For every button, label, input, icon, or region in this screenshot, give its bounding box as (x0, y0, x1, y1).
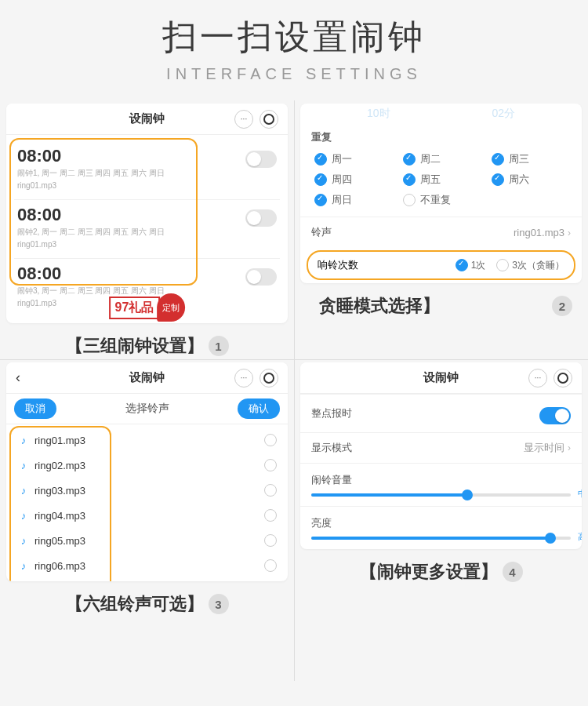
repeat-sat[interactable]: 周六 (492, 173, 568, 187)
topbar-title: 设闹钟 (129, 111, 165, 126)
hourly-chime-row[interactable]: 整点报时 (300, 394, 582, 432)
panel-number-badge: 4 (503, 562, 523, 582)
repeat-none[interactable]: 不重复 (403, 193, 479, 207)
ring-count-3[interactable]: 3次（贪睡） (496, 259, 564, 272)
ring-item-5[interactable]: ♪ring05.mp3 (13, 528, 281, 553)
alarm-days: 闹钟1, 周一 周二 周三 周四 周五 周六 周日 (17, 168, 165, 179)
panel-1: 设闹钟 ··· 08:00 闹钟1, 周一 周二 周三 周四 周五 周六 周日 … (0, 100, 294, 359)
menu-dots-icon[interactable]: ··· (234, 369, 253, 388)
alarm-toggle[interactable] (245, 151, 277, 168)
repeat-label: 重复 (300, 124, 582, 149)
alarm-item-2[interactable]: 08:00 闹钟2, 周一 周二 周三 周四 周五 周六 周日 ring01.m… (14, 200, 280, 259)
ring-item-3[interactable]: ♪ring03.mp3 (13, 478, 281, 503)
ring-item-1[interactable]: ♪ring01.mp3 (13, 428, 281, 453)
repeat-thu[interactable]: 周四 (314, 173, 390, 187)
radio-icon[interactable] (264, 434, 277, 446)
repeat-fri[interactable]: 周五 (403, 173, 479, 187)
ringtone-row[interactable]: 铃声 ring01.mp3› (300, 217, 582, 247)
panel-3: ‹ 设闹钟 ··· 取消 选择铃声 确认 ♪ring01.mp3 ♪ring02… (0, 359, 294, 681)
topbar-3: ‹ 设闹钟 ··· (6, 362, 288, 394)
repeat-sun[interactable]: 周日 (314, 193, 390, 207)
panel2-caption: 贪睡模式选择】 2 (300, 283, 582, 329)
subbar-title: 选择铃声 (125, 402, 169, 416)
audio-file-icon: ♪ (17, 434, 30, 446)
menu-dots-icon[interactable]: ··· (234, 110, 253, 129)
ring-item-4[interactable]: ♪ring04.mp3 (13, 503, 281, 528)
radio-icon[interactable] (264, 509, 277, 522)
panel3-caption: 【六组铃声可选】 3 (6, 581, 288, 627)
target-icon[interactable] (260, 369, 278, 388)
repeat-grid: 周一 周二 周三 周四 周五 周六 周日 不重复 (300, 149, 582, 217)
main-title: 扫一扫设置闹钟 (0, 0, 588, 65)
alarm-toggle[interactable] (245, 268, 277, 286)
ring-count-row: 响铃次数 1次 3次（贪睡） (307, 250, 575, 280)
radio-icon[interactable] (264, 534, 277, 547)
ring-count-1[interactable]: 1次 (456, 259, 486, 272)
topbar-title: 设闹钟 (129, 370, 165, 385)
alarm-item-1[interactable]: 08:00 闹钟1, 周一 周二 周三 周四 周五 周六 周日 ring01.m… (14, 141, 280, 200)
alarm-time: 08:00 (17, 205, 165, 225)
sub-title: INTERFACE SETTINGS (0, 65, 588, 100)
confirm-button[interactable]: 确认 (238, 398, 280, 419)
alarm-ring: ring01.mp3 (17, 239, 165, 250)
radio-icon[interactable] (264, 484, 277, 497)
ring-item-2[interactable]: ♪ring02.mp3 (13, 453, 281, 478)
repeat-tue[interactable]: 周二 (403, 152, 479, 166)
watermark: 97礼品 定制 (109, 293, 186, 322)
brightness-slider[interactable]: 高 (311, 537, 571, 540)
audio-file-icon: ♪ (17, 459, 30, 471)
back-icon[interactable]: ‹ (16, 369, 20, 386)
cancel-button[interactable]: 取消 (14, 398, 56, 419)
repeat-mon[interactable]: 周一 (314, 152, 390, 166)
volume-row: 闹铃音量 中 (300, 463, 582, 506)
repeat-wed[interactable]: 周三 (492, 152, 568, 166)
target-icon[interactable] (554, 369, 572, 388)
alarm-toggle[interactable] (245, 209, 277, 227)
chime-toggle[interactable] (539, 407, 571, 424)
alarm-time: 08:00 (17, 264, 165, 284)
radio-icon[interactable] (264, 459, 277, 471)
panel-number-badge: 3 (209, 594, 229, 614)
topbar-4: 设闹钟 ··· (300, 362, 582, 394)
panel-2: 10时02分 重复 周一 周二 周三 周四 周五 周六 周日 不重复 铃声 ri… (294, 100, 588, 359)
topbar-1: 设闹钟 ··· (6, 104, 288, 135)
alarm-time: 08:00 (17, 146, 165, 166)
panel-number-badge: 2 (552, 296, 572, 316)
volume-slider[interactable]: 中 (311, 493, 571, 497)
time-picker[interactable]: 10时02分 (300, 104, 582, 124)
target-icon[interactable] (260, 110, 278, 129)
subbar: 取消 选择铃声 确认 (6, 394, 288, 424)
alarm-days: 闹钟2, 周一 周二 周三 周四 周五 周六 周日 (17, 227, 165, 238)
radio-icon[interactable] (264, 559, 277, 572)
panel4-caption: 【闹钟更多设置】 4 (300, 549, 582, 595)
audio-file-icon: ♪ (17, 484, 30, 497)
brightness-row: 亮度 高 (300, 506, 582, 549)
ring-item-6[interactable]: ♪ring06.mp3 (13, 553, 281, 578)
audio-file-icon: ♪ (17, 534, 30, 547)
topbar-title: 设闹钟 (423, 370, 459, 385)
panel-number-badge: 1 (209, 336, 229, 356)
ring-list: ♪ring01.mp3 ♪ring02.mp3 ♪ring03.mp3 ♪rin… (6, 424, 288, 581)
panel-4: 设闹钟 ··· 整点报时 显示模式 显示时间› 闹铃音量 中 亮度 高 【闹钟更… (294, 359, 588, 681)
display-mode-row[interactable]: 显示模式 显示时间› (300, 432, 582, 463)
menu-dots-icon[interactable]: ··· (528, 369, 547, 388)
panels-grid: 设闹钟 ··· 08:00 闹钟1, 周一 周二 周三 周四 周五 周六 周日 … (0, 100, 588, 681)
alarm-ring: ring01.mp3 (17, 180, 165, 191)
audio-file-icon: ♪ (17, 509, 30, 522)
audio-file-icon: ♪ (17, 559, 30, 572)
